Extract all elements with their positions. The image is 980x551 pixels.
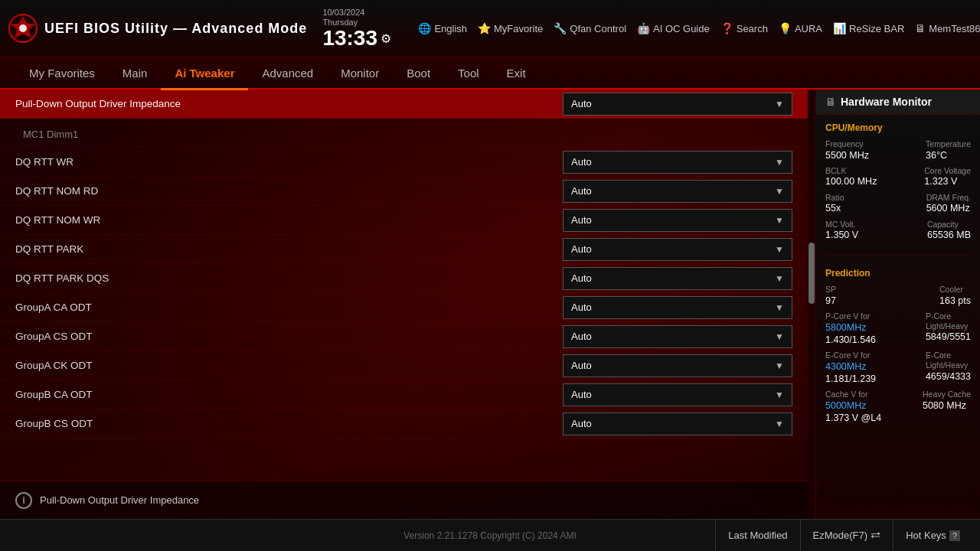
hw-row-cache-v: Cache V for 5000MHz 1.373 V @L4 Heavy Ca…: [825, 390, 971, 424]
dropdown-dq-rtt-nom-rd[interactable]: Auto ▼: [563, 180, 792, 203]
label-ecore-v-for: E-Core V for: [825, 350, 876, 360]
arrow-dq-rtt-nom-wr: ▼: [775, 215, 784, 226]
dropdown-groupa-ca-odt[interactable]: Auto ▼: [563, 296, 792, 319]
tab-boot[interactable]: Boot: [393, 58, 444, 90]
nav-aura-label: AURA: [795, 23, 822, 34]
label-dq-rtt-park: DQ RTT PARK: [15, 243, 563, 255]
tab-main[interactable]: Main: [109, 58, 162, 90]
setting-row-dq-rtt-park-dqs[interactable]: DQ RTT PARK DQS Auto ▼: [0, 264, 808, 293]
nav-myfavorite[interactable]: ⭐ MyFavorite: [478, 22, 543, 34]
dropdown-groupa-ck-odt[interactable]: Auto ▼: [563, 354, 792, 377]
hw-col-cooler: Cooler 163 pts: [939, 285, 971, 307]
scroll-thumb[interactable]: [808, 243, 815, 304]
setting-row-dq-rtt-nom-wr[interactable]: DQ RTT NOM WR Auto ▼: [0, 206, 808, 235]
tab-exit[interactable]: Exit: [493, 58, 540, 90]
section-mc1-label: MC1 Dimm1: [23, 129, 792, 140]
aura-icon: 💡: [779, 22, 792, 34]
setting-row-dq-rtt-park[interactable]: DQ RTT PARK Auto ▼: [0, 235, 808, 264]
setting-row-pulldown[interactable]: Pull-Down Output Driver Impedance Auto ▼: [0, 90, 808, 119]
value-pcore-volt: 1.430/1.546: [825, 334, 876, 346]
date-display: 10/03/2024 Thursday: [322, 8, 364, 28]
label-pcore-lh: P-CoreLight/Heavy: [926, 311, 971, 331]
nav-qfan[interactable]: 🔧 Qfan Control: [554, 22, 626, 34]
ai-icon: 🤖: [637, 22, 650, 34]
description-bar: i Pull-Down Output Driver Impedance: [0, 481, 808, 519]
value-mc-volt: 1.350 V: [825, 229, 858, 241]
label-dq-rtt-nom-wr: DQ RTT NOM WR: [15, 214, 563, 226]
value-groupb-ca-odt: Auto: [571, 389, 592, 400]
label-groupa-cs-odt: GroupA CS ODT: [15, 331, 563, 342]
label-frequency: Frequency: [825, 139, 869, 149]
dropdown-groupb-cs-odt[interactable]: Auto ▼: [563, 412, 792, 435]
logo-title: UEFI BIOS Utility — Advanced Mode: [8, 13, 307, 44]
value-dq-rtt-park-dqs: Auto: [571, 272, 592, 284]
hw-col-ecore-lh: E-CoreLight/Heavy 4659/4333: [926, 350, 971, 385]
hw-col-bclk: BCLK 100.00 MHz: [825, 166, 877, 188]
tab-advanced[interactable]: Advanced: [248, 58, 327, 90]
arrow-groupb-ca-odt: ▼: [775, 390, 784, 400]
hw-col-capacity: Capacity 65536 MB: [927, 220, 971, 242]
tab-favorites[interactable]: My Favorites: [15, 58, 109, 90]
nav-aioc-label: AI OC Guide: [653, 23, 710, 34]
label-dq-rtt-wr: DQ RTT WR: [15, 156, 563, 168]
value-ecore-lh: 4659/4333: [926, 370, 971, 383]
hw-row-ratio-dram: Ratio 55x DRAM Freq. 5600 MHz: [825, 193, 971, 215]
tab-monitor[interactable]: Monitor: [327, 58, 393, 90]
nav-resizebar[interactable]: 📊 ReSize BAR: [833, 22, 904, 34]
time-settings-icon[interactable]: ⚙: [381, 31, 391, 46]
label-pcore-v-for: P-Core V for: [825, 311, 876, 321]
value-temperature: 36°C: [926, 149, 971, 161]
hw-col-ecore-v: E-Core V for 4300MHz 1.181/1.239: [825, 350, 876, 385]
last-modified-button[interactable]: Last Modified: [715, 520, 799, 552]
dropdown-groupb-ca-odt[interactable]: Auto ▼: [563, 383, 792, 406]
nav-memtest[interactable]: 🖥 MemTest86: [915, 22, 980, 34]
info-icon: i: [15, 492, 32, 509]
tab-aitweaker[interactable]: Ai Tweaker: [161, 58, 248, 90]
dropdown-pulldown[interactable]: Auto ▼: [563, 93, 792, 116]
label-heavy-cache: Heavy Cache: [923, 390, 971, 399]
dropdown-dq-rtt-park[interactable]: Auto ▼: [563, 238, 792, 261]
scroll-track[interactable]: [808, 90, 815, 519]
setting-row-groupb-cs-odt[interactable]: GroupB CS ODT Auto ▼: [0, 409, 808, 439]
ezmode-arrow-icon: ⮂: [871, 530, 880, 541]
setting-row-dq-rtt-nom-rd[interactable]: DQ RTT NOM RD Auto ▼: [0, 177, 808, 206]
cpu-memory-title: CPU/Memory: [825, 122, 971, 133]
footer-actions: Last Modified EzMode(F7) ⮂ Hot Keys ?: [715, 520, 972, 552]
label-groupa-ck-odt: GroupA CK ODT: [15, 360, 563, 371]
fan-icon: 🔧: [554, 22, 567, 34]
nav-aioc[interactable]: 🤖 AI OC Guide: [637, 22, 710, 34]
nav-english[interactable]: 🌐 English: [418, 22, 467, 34]
nav-aura[interactable]: 💡 AURA: [779, 22, 822, 34]
tab-tool[interactable]: Tool: [444, 58, 493, 90]
hw-col-corevolt: Core Voltage 1.323 V: [924, 166, 971, 188]
setting-row-groupb-ca-odt[interactable]: GroupB CA ODT Auto ▼: [0, 380, 808, 409]
last-modified-label: Last Modified: [728, 530, 787, 541]
label-ecore-lh: E-CoreLight/Heavy: [926, 350, 971, 370]
main-content: Pull-Down Output Driver Impedance Auto ▼…: [0, 90, 980, 519]
nav-search[interactable]: ❓ Search: [720, 22, 768, 34]
value-bclk: 100.00 MHz: [825, 175, 877, 187]
hotkeys-button[interactable]: Hot Keys ?: [893, 520, 972, 552]
ezmode-button[interactable]: EzMode(F7) ⮂: [800, 520, 893, 552]
setting-row-groupa-cs-odt[interactable]: GroupA CS ODT Auto ▼: [0, 322, 808, 351]
label-core-voltage: Core Voltage: [924, 166, 971, 176]
hw-col-pcore-lh: P-CoreLight/Heavy 5849/5551: [926, 311, 971, 346]
value-groupa-ca-odt: Auto: [571, 302, 592, 313]
arrow-groupa-ca-odt: ▼: [775, 302, 784, 313]
nav-qfan-label: Qfan Control: [570, 23, 626, 34]
arrow-dq-rtt-wr: ▼: [775, 157, 784, 168]
monitor-icon: 🖥: [825, 96, 836, 108]
dropdown-groupa-cs-odt[interactable]: Auto ▼: [563, 325, 792, 348]
setting-row-groupa-ck-odt[interactable]: GroupA CK ODT Auto ▼: [0, 351, 808, 380]
hw-row-pcore-v: P-Core V for 5800MHz 1.430/1.546 P-CoreL…: [825, 311, 971, 346]
dropdown-dq-rtt-park-dqs[interactable]: Auto ▼: [563, 267, 792, 290]
dropdown-dq-rtt-nom-wr[interactable]: Auto ▼: [563, 209, 792, 232]
dropdown-dq-rtt-wr[interactable]: Auto ▼: [563, 151, 792, 174]
hw-col-pcore-v: P-Core V for 5800MHz 1.430/1.546: [825, 311, 876, 346]
label-mc-volt: MC Volt.: [825, 220, 858, 230]
value-dram-freq: 5600 MHz: [926, 202, 971, 214]
setting-row-groupa-ca-odt[interactable]: GroupA CA ODT Auto ▼: [0, 293, 808, 322]
value-frequency: 5500 MHz: [825, 149, 869, 161]
setting-row-dq-rtt-wr[interactable]: DQ RTT WR Auto ▼: [0, 148, 808, 177]
value-cooler: 163 pts: [939, 295, 971, 307]
